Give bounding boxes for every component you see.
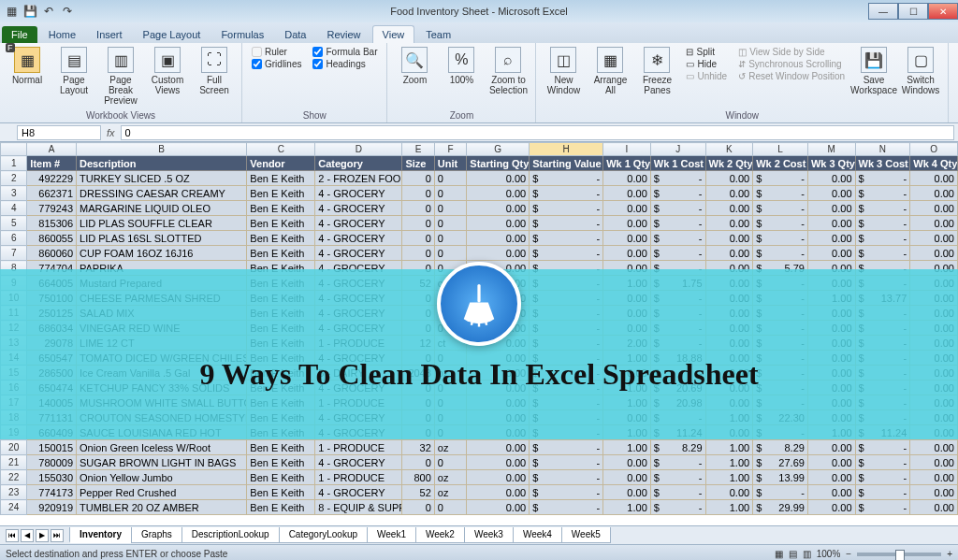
cell[interactable]: - xyxy=(530,455,603,470)
cell[interactable]: 0.00 xyxy=(467,470,530,485)
ruler-checkbox[interactable]: Ruler xyxy=(252,47,301,57)
row-header[interactable]: 2 xyxy=(1,171,27,186)
cell[interactable]: - xyxy=(530,485,603,500)
close-button[interactable]: ✕ xyxy=(928,3,958,20)
formula-bar-checkbox[interactable]: Formula Bar xyxy=(312,47,377,57)
cell[interactable]: - xyxy=(753,201,808,216)
cell[interactable]: 4 - GROCERY xyxy=(315,246,402,261)
table-header-cell[interactable]: Wk 2 Qty xyxy=(705,156,753,171)
tab-team[interactable]: Team xyxy=(416,26,460,43)
cell[interactable]: 0.00 xyxy=(603,201,651,216)
name-box[interactable]: H8 xyxy=(17,125,101,140)
cell[interactable]: - xyxy=(855,455,910,470)
cell[interactable]: 0.00 xyxy=(910,201,958,216)
undo-icon[interactable]: ↶ xyxy=(41,4,56,19)
row-header[interactable]: 24 xyxy=(1,500,27,515)
cell[interactable]: 4 - GROCERY xyxy=(315,201,402,216)
cell[interactable]: 0.00 xyxy=(807,231,855,246)
new-window-button[interactable]: ◫New Window xyxy=(542,45,585,97)
sheet-tab-week1[interactable]: Week1 xyxy=(367,527,416,543)
cell[interactable]: 1 - PRODUCE xyxy=(315,440,402,455)
cell[interactable]: oz xyxy=(434,470,466,485)
custom-views-button[interactable]: ▣Custom Views xyxy=(146,45,189,97)
cell[interactable]: 4 - GROCERY xyxy=(315,216,402,231)
cell[interactable]: - xyxy=(753,171,808,186)
cell[interactable]: Onion Yellow Jumbo xyxy=(77,470,247,485)
row-header[interactable]: 5 xyxy=(1,216,27,231)
switch-windows-button[interactable]: ▢Switch Windows xyxy=(899,45,942,97)
unhide-button[interactable]: ▭ Unhide xyxy=(686,71,727,81)
cell[interactable]: - xyxy=(855,231,910,246)
column-header-A[interactable]: A xyxy=(27,143,77,156)
save-icon[interactable]: 💾 xyxy=(22,4,37,19)
cell[interactable]: 0.00 xyxy=(467,440,530,455)
zoom-level[interactable]: 100% xyxy=(817,549,841,559)
tab-home[interactable]: Home xyxy=(39,26,85,43)
cell[interactable]: 0.00 xyxy=(705,216,753,231)
cell[interactable]: MARGARINE LIQUID OLEO xyxy=(77,201,247,216)
cell[interactable]: 0 xyxy=(402,246,434,261)
zoom-button[interactable]: 🔍Zoom xyxy=(393,45,436,87)
column-header-C[interactable]: C xyxy=(247,143,315,156)
zoom-out-button[interactable]: − xyxy=(846,549,851,559)
cell[interactable]: 0.00 xyxy=(705,485,753,500)
cell[interactable]: 0.00 xyxy=(603,485,651,500)
zoom-to-selection-button[interactable]: ⌕Zoom to Selection xyxy=(486,45,530,97)
cell[interactable]: - xyxy=(753,216,808,231)
reset-window-position-button[interactable]: ↺ Reset Window Position xyxy=(738,71,845,81)
cell[interactable]: - xyxy=(855,246,910,261)
cell[interactable]: 0 xyxy=(402,171,434,186)
cell[interactable]: 0 xyxy=(434,455,466,470)
cell[interactable]: 0.00 xyxy=(467,455,530,470)
cell[interactable]: - xyxy=(855,470,910,485)
cell[interactable]: 0 xyxy=(434,500,466,515)
cell[interactable]: Ben E Keith xyxy=(247,231,315,246)
cell[interactable]: 1.00 xyxy=(705,470,753,485)
cell[interactable]: oz xyxy=(434,485,466,500)
cell[interactable]: Onion Green Iceless W/Root xyxy=(77,440,247,455)
cell[interactable]: - xyxy=(530,246,603,261)
zoom-100-button[interactable]: %100% xyxy=(440,45,483,87)
page-break-preview-button[interactable]: ▥Page Break Preview xyxy=(99,45,142,108)
cell[interactable]: SUGAR BROWN LIGHT IN BAGS xyxy=(77,455,247,470)
cell[interactable]: 0 xyxy=(434,216,466,231)
tab-insert[interactable]: Insert xyxy=(87,26,132,43)
cell[interactable]: - xyxy=(855,216,910,231)
cell[interactable]: 0.00 xyxy=(807,470,855,485)
cell[interactable]: - xyxy=(855,440,910,455)
cell[interactable]: 13.99 xyxy=(753,470,808,485)
cell[interactable]: Ben E Keith xyxy=(247,171,315,186)
cell[interactable]: 2 - FROZEN FOOD xyxy=(315,171,402,186)
cell[interactable]: - xyxy=(650,470,705,485)
redo-icon[interactable]: ↷ xyxy=(60,4,75,19)
cell[interactable]: Pepper Red Crushed xyxy=(77,485,247,500)
cell[interactable]: 0 xyxy=(434,186,466,201)
cell[interactable]: Ben E Keith xyxy=(247,485,315,500)
sheet-nav-prev-icon[interactable]: ◀ xyxy=(21,529,34,542)
cell[interactable]: 27.69 xyxy=(753,455,808,470)
cell[interactable]: 0.00 xyxy=(807,485,855,500)
minimize-button[interactable]: — xyxy=(868,3,898,20)
row-header[interactable]: 3 xyxy=(1,186,27,201)
cell[interactable]: Ben E Keith xyxy=(247,455,315,470)
cell[interactable]: 32 xyxy=(402,440,434,455)
column-header-N[interactable]: N xyxy=(855,143,910,156)
cell[interactable]: 0.00 xyxy=(603,470,651,485)
cell[interactable]: 0.00 xyxy=(807,246,855,261)
cell[interactable]: 0.00 xyxy=(910,216,958,231)
table-header-cell[interactable]: Vendor xyxy=(247,156,315,171)
cell[interactable]: 150015 xyxy=(27,440,77,455)
cell[interactable]: 0.00 xyxy=(807,455,855,470)
row-header[interactable]: 1 xyxy=(1,156,27,171)
table-header-cell[interactable]: Item # xyxy=(27,156,77,171)
cell[interactable]: 0.00 xyxy=(910,186,958,201)
select-all-corner[interactable] xyxy=(1,143,27,156)
sheet-nav-next-icon[interactable]: ▶ xyxy=(36,529,49,542)
table-header-cell[interactable]: Wk 3 Qty xyxy=(807,156,855,171)
cell[interactable]: 779243 xyxy=(27,201,77,216)
cell[interactable]: - xyxy=(530,186,603,201)
cell[interactable]: - xyxy=(753,485,808,500)
cell[interactable]: 0.00 xyxy=(910,231,958,246)
row-header[interactable]: 7 xyxy=(1,246,27,261)
cell[interactable]: 0 xyxy=(402,186,434,201)
